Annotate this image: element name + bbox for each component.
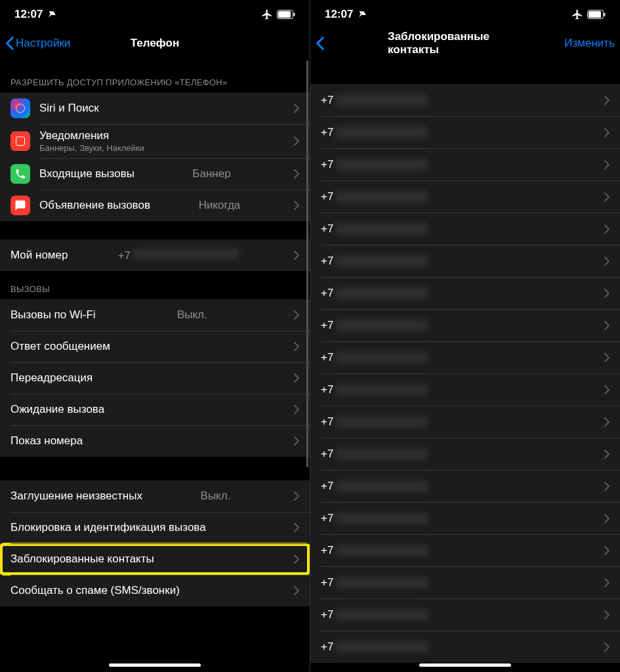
- blocked-contact-row[interactable]: +7: [310, 566, 620, 598]
- home-indicator[interactable]: [109, 663, 201, 667]
- airplane-icon: [571, 9, 583, 20]
- row-label: Сообщать о спаме (SMS/звонки): [10, 584, 180, 597]
- row-label: Заблокированные контакты: [10, 553, 154, 566]
- blocked-contact-row[interactable]: +7: [310, 245, 620, 277]
- blocked-contact-row[interactable]: +7: [310, 180, 620, 213]
- back-button[interactable]: [316, 36, 325, 51]
- battery-icon: [277, 10, 295, 19]
- row-setting[interactable]: Блокировка и идентификация вызова: [0, 512, 310, 543]
- blocked-number: +7: [321, 319, 604, 332]
- group-my-number: Мой номер +7: [0, 240, 310, 271]
- edit-button[interactable]: Изменить: [564, 37, 615, 50]
- chevron-right-icon: [604, 610, 610, 620]
- blocked-contact-row[interactable]: +7: [310, 341, 620, 373]
- blocked-contact-row[interactable]: +7: [310, 534, 620, 566]
- row-setting[interactable]: Вызовы по Wi-FiВыкл.: [0, 299, 310, 331]
- row-blocked-contacts[interactable]: Заблокированные контакты: [0, 543, 310, 575]
- blocked-number: +7: [321, 640, 604, 654]
- page-title: Заблокированные контакты: [388, 30, 543, 56]
- row-announce[interactable]: Объявление вызововНикогда: [0, 190, 310, 221]
- chevron-right-icon: [604, 642, 610, 652]
- row-label: Переадресация: [10, 371, 93, 385]
- back-button[interactable]: Настройки: [5, 36, 70, 51]
- chevron-right-icon: [604, 224, 610, 234]
- nav-bar: Настройки Телефон: [0, 29, 310, 58]
- chevron-right-icon: [604, 482, 610, 491]
- chevron-right-icon: [604, 192, 610, 201]
- svg-rect-4: [589, 11, 601, 18]
- status-time: 12:07: [14, 8, 43, 21]
- row-value: Выкл.: [201, 490, 231, 503]
- blocked-number: +7: [321, 126, 604, 139]
- chevron-left-icon: [5, 36, 14, 51]
- chevron-right-icon: [604, 450, 610, 459]
- blocked-list[interactable]: +7+7+7+7+7+7+7+7+7+7+7+7+7+7+7+7+7+7: [310, 58, 620, 672]
- page-title: Телефон: [131, 37, 179, 50]
- row-my-number[interactable]: Мой номер +7: [0, 240, 310, 271]
- section-header-access: РАЗРЕШИТЬ ДОСТУП ПРИЛОЖЕНИЮ «ТЕЛЕФОН»: [0, 58, 310, 93]
- home-indicator[interactable]: [419, 663, 511, 667]
- blocked-contact-row[interactable]: +7: [310, 373, 620, 406]
- row-label: Ожидание вызова: [10, 403, 104, 416]
- row-label: Объявление вызовов: [39, 199, 150, 212]
- row-label: Блокировка и идентификация вызова: [10, 521, 206, 534]
- blocked-contact-row[interactable]: +7: [310, 406, 620, 438]
- notifications-icon: [10, 131, 30, 151]
- scrollbar[interactable]: [306, 60, 308, 507]
- chevron-left-icon: [316, 36, 325, 51]
- chevron-right-icon: [294, 555, 299, 564]
- blocked-contact-row[interactable]: +7: [310, 598, 620, 631]
- blocked-contact-row[interactable]: +7: [310, 277, 620, 309]
- chevron-right-icon: [294, 251, 299, 260]
- blocked-number: +7: [321, 190, 604, 203]
- status-bar: 12:07: [0, 0, 310, 29]
- phone-blocked-screen: 12:07 Заблокированные контакты Изменить …: [310, 0, 620, 672]
- row-setting[interactable]: Переадресация: [0, 362, 310, 394]
- blocked-contact-row[interactable]: +7: [310, 148, 620, 180]
- blocked-contact-row[interactable]: +7: [310, 213, 620, 245]
- chevron-right-icon: [604, 578, 610, 587]
- chevron-right-icon: [294, 342, 299, 351]
- battery-icon: [587, 10, 606, 19]
- section-header-calls: ВЫЗОВЫ: [0, 271, 310, 299]
- blocked-contact-row[interactable]: +7: [310, 84, 620, 116]
- status-bar: 12:07: [310, 0, 620, 29]
- row-incoming[interactable]: Входящие вызовыБаннер: [0, 158, 310, 190]
- row-setting[interactable]: Ответ сообщением: [0, 331, 310, 362]
- row-setting[interactable]: Заглушение неизвестныхВыкл.: [0, 480, 310, 512]
- svg-rect-5: [604, 13, 606, 16]
- settings-scroll[interactable]: РАЗРЕШИТЬ ДОСТУП ПРИЛОЖЕНИЮ «ТЕЛЕФОН» Si…: [0, 58, 310, 672]
- chevron-right-icon: [294, 373, 299, 383]
- chevron-right-icon: [604, 546, 610, 555]
- row-setting[interactable]: Сообщать о спаме (SMS/звонки): [0, 575, 310, 606]
- chevron-right-icon: [604, 257, 610, 266]
- row-value: Баннер: [192, 167, 230, 180]
- blocked-contact-row[interactable]: +7: [310, 631, 620, 663]
- blocked-contact-row[interactable]: +7: [310, 309, 620, 341]
- airplane-icon: [261, 9, 273, 20]
- nav-bar: Заблокированные контакты Изменить: [310, 29, 620, 58]
- blocked-number: +7: [321, 383, 604, 396]
- row-label: Ответ сообщением: [10, 340, 110, 353]
- row-sub: Баннеры, Звуки, Наклейки: [39, 143, 144, 153]
- blocked-contact-row[interactable]: +7: [310, 438, 620, 470]
- row-setting[interactable]: Ожидание вызова: [0, 394, 310, 425]
- blocked-contact-row[interactable]: +7: [310, 502, 620, 534]
- blocked-contact-row[interactable]: +7: [310, 470, 620, 502]
- back-label: Настройки: [16, 37, 70, 50]
- blocked-number: +7: [321, 544, 604, 557]
- chevron-right-icon: [604, 160, 610, 169]
- svg-rect-1: [278, 11, 291, 18]
- row-label: Уведомления: [39, 129, 144, 142]
- blocked-contact-row[interactable]: +7: [310, 116, 620, 148]
- row-setting[interactable]: Показ номера: [0, 425, 310, 457]
- chevron-right-icon: [604, 353, 610, 362]
- chevron-right-icon: [294, 492, 299, 501]
- chevron-right-icon: [604, 514, 610, 523]
- chevron-right-icon: [294, 136, 299, 146]
- row-notifications[interactable]: УведомленияБаннеры, Звуки, Наклейки: [0, 124, 310, 158]
- siri-icon: [10, 98, 30, 118]
- blocked-number: +7: [321, 158, 604, 171]
- row-siri[interactable]: Siri и Поиск: [0, 93, 310, 124]
- location-icon: [357, 10, 366, 19]
